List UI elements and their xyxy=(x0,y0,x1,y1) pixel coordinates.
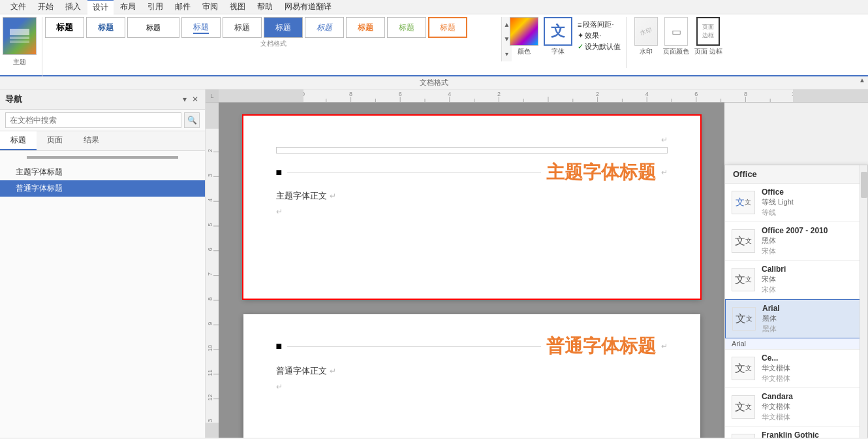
theme-option-calibri[interactable]: 文文 Calibri 宋体 宋体 xyxy=(725,261,867,299)
arial-sub-label: Arial xyxy=(725,338,867,350)
theme-icon-office2007: 文文 xyxy=(732,229,755,253)
menu-mail[interactable]: 邮件 xyxy=(170,0,196,14)
style-item-7[interactable]: 标题 xyxy=(305,17,344,38)
nav-tab-pages[interactable]: 页面 xyxy=(37,131,73,150)
page2-heading: 普通字体标题 xyxy=(546,334,656,359)
theme-icon-calibri: 文文 xyxy=(732,268,755,291)
theme-option-office2007[interactable]: 文文 Office 2007 - 2010 黑体 宋体 xyxy=(725,222,867,261)
doc-page-2[interactable]: ■ 普通字体标题 ↵ 普通字体正文 ↵ ↵ xyxy=(243,314,700,438)
style-item-2[interactable]: 标题 xyxy=(86,17,125,38)
menu-layout[interactable]: 布局 xyxy=(115,0,141,14)
doc-content-area[interactable]: ↵ ■ 主题字体标题 ↵ 主题字体正文 ↵ ↵ xyxy=(219,103,724,438)
ruler-canvas xyxy=(219,89,868,102)
font-label: 字体 xyxy=(551,47,565,56)
scrollbar-thumb[interactable] xyxy=(861,172,867,198)
style-item-3[interactable]: 标题 xyxy=(127,17,179,38)
theme-icon-office: 文文 xyxy=(732,191,755,214)
nav-tabs: 标题 页面 结果 xyxy=(0,131,205,151)
page-border-button[interactable]: 页面边框 页面 边框 xyxy=(694,17,722,56)
nav-content: 主题字体标题 普通字体标题 xyxy=(0,151,205,438)
theme-option-candara[interactable]: 文文 Candara 华文楷体 华文楷体 xyxy=(725,388,867,427)
style-item-8[interactable]: 标题 xyxy=(346,17,385,38)
menu-home[interactable]: 开始 xyxy=(33,0,59,14)
nav-close-btn[interactable]: ✕ xyxy=(191,95,200,104)
style-item-6[interactable]: 标题 xyxy=(264,17,303,38)
nav-item-2[interactable]: 普通字体标题 xyxy=(0,180,205,197)
colors-button[interactable] xyxy=(510,17,538,46)
style-item-10[interactable]: 标题 xyxy=(428,17,467,38)
theme-dropdown-panel: Office 文文 Office 等线 Light 等线 文文 Office 2… xyxy=(724,165,868,438)
menu-help[interactable]: 帮助 xyxy=(252,0,278,14)
ruler-vertical xyxy=(206,103,219,438)
menu-view[interactable]: 视图 xyxy=(225,0,251,14)
nav-item-1[interactable]: 主题字体标题 xyxy=(0,164,205,180)
return-symbol-2: ↵ xyxy=(276,207,668,216)
theme-icon-century: 文文 xyxy=(732,357,755,380)
text-field-1[interactable] xyxy=(276,147,668,154)
nav-search-button[interactable]: 🔍 xyxy=(184,112,200,128)
set-default-option[interactable]: ✓设为默认值 xyxy=(578,42,621,52)
theme-option-century[interactable]: 文文 Ce... 华文楷体 华文楷体 xyxy=(725,350,867,388)
page2-body: 普通字体正文 xyxy=(276,365,327,377)
theme-button[interactable] xyxy=(3,17,37,55)
page1-heading: 主题字体标题 xyxy=(546,160,656,185)
menu-insert[interactable]: 插入 xyxy=(60,0,86,14)
nav-bar-indicator xyxy=(27,156,178,159)
theme-option-arial[interactable]: 文文 Arial 黑体 黑体 xyxy=(725,299,867,338)
navigation-panel: 导航 ▾ ✕ 🔍 标题 页面 结果 主题字体标题 普通字体标题 xyxy=(0,89,206,438)
font-button[interactable]: 文 xyxy=(544,17,572,46)
main-layout: 导航 ▾ ✕ 🔍 标题 页面 结果 主题字体标题 普通字体标题 L xyxy=(0,89,868,438)
paragraph-spacing-option[interactable]: ≡段落间距· xyxy=(578,20,621,29)
theme-label: 主题 xyxy=(13,57,26,67)
styles-label: 文档格式 xyxy=(260,39,287,48)
nav-tab-headings[interactable]: 标题 xyxy=(0,131,37,150)
nav-header: 导航 ▾ ✕ xyxy=(0,89,205,110)
menu-design[interactable]: 设计 xyxy=(87,0,114,14)
theme-option-office[interactable]: 文文 Office 等线 Light 等线 xyxy=(725,184,867,222)
nav-search-bar: 🔍 xyxy=(0,110,205,131)
ribbon: 主题 标题 标题 标题 标题 标题 标题 标题 xyxy=(0,14,868,76)
style-item-1[interactable]: 标题 xyxy=(45,17,84,38)
nav-tab-results[interactable]: 结果 xyxy=(73,131,110,150)
theme-icon-candara: 文文 xyxy=(732,395,755,419)
style-item-5[interactable]: 标题 xyxy=(223,17,262,38)
menu-review[interactable]: 审阅 xyxy=(197,0,223,14)
nav-title: 导航 xyxy=(5,93,22,105)
menu-reference[interactable]: 引用 xyxy=(142,0,168,14)
doc-format-bar: 文档格式 ▲ xyxy=(0,76,868,89)
menu-file[interactable]: 文件 xyxy=(5,0,31,14)
bullet-marker-2: ■ xyxy=(276,340,283,352)
return-symbol-3: ↵ xyxy=(276,382,668,391)
theme-icon-arial: 文文 xyxy=(732,307,756,331)
bullet-marker-1: ■ xyxy=(276,167,283,178)
style-item-9[interactable]: 标题 xyxy=(387,17,426,38)
effects-option[interactable]: ✦效果· xyxy=(578,31,621,41)
doc-page-1[interactable]: ↵ ■ 主题字体标题 ↵ 主题字体正文 ↵ ↵ xyxy=(243,116,700,299)
menu-translate[interactable]: 网易有道翻译 xyxy=(279,0,337,14)
page-color-button[interactable]: ▭ 页面颜色 xyxy=(663,17,689,56)
theme-panel-title: Office xyxy=(725,165,867,184)
theme-option-franklin[interactable]: 文文 Franklin Gothic 隶书 华文楷体 xyxy=(725,427,867,438)
theme-panel-scrollbar[interactable] xyxy=(860,165,867,438)
theme-icon-franklin: 文文 xyxy=(732,434,755,438)
menu-bar: 文件 开始 插入 设计 布局 引用 邮件 审阅 视图 帮助 网易有道翻译 xyxy=(0,0,868,14)
vruler-canvas xyxy=(206,103,219,438)
collapse-ribbon-btn[interactable]: ▲ xyxy=(859,76,865,84)
page1-body: 主题字体正文 xyxy=(276,190,327,202)
watermark-button[interactable]: 水印 水印 xyxy=(634,17,658,56)
style-item-4[interactable]: 标题 xyxy=(181,17,221,38)
nav-menu-btn[interactable]: ▾ xyxy=(181,95,188,104)
colors-label: 颜色 xyxy=(518,47,531,56)
ruler-horizontal: L xyxy=(206,89,868,103)
return-symbol-1: ↵ xyxy=(276,135,668,144)
nav-search-input[interactable] xyxy=(5,112,181,128)
